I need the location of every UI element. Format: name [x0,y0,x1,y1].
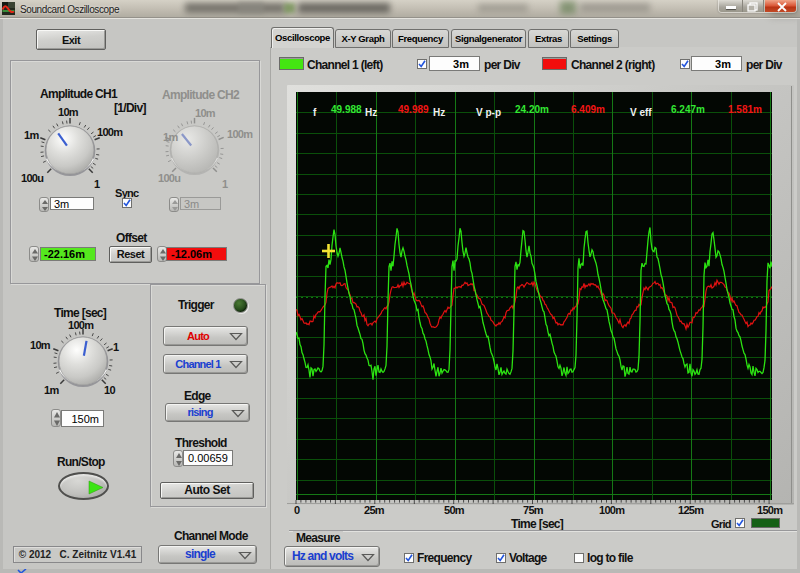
svg-text:V p-p: V p-p [476,107,501,118]
svg-text:24.20m: 24.20m [515,104,549,115]
svg-text:49.989: 49.989 [398,104,429,115]
svg-text:Hz: Hz [433,107,445,118]
svg-text:49.988: 49.988 [331,104,362,115]
svg-text:6.409m: 6.409m [571,104,605,115]
svg-text:6.247m: 6.247m [671,104,705,115]
svg-text:V eff: V eff [630,107,652,118]
svg-text:Hz: Hz [365,107,377,118]
svg-text:1.581m: 1.581m [728,104,762,115]
